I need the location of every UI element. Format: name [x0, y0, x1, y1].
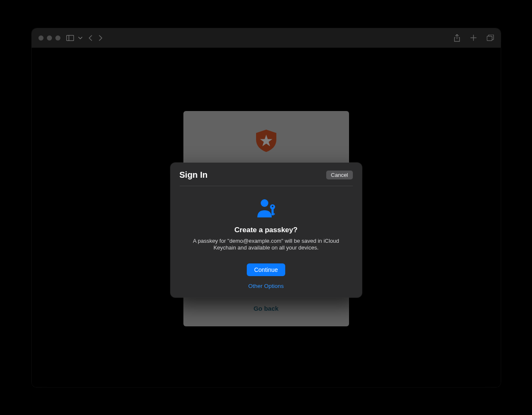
signin-dialog: Sign In Cancel Create a passkey? A passk…	[170, 163, 362, 298]
traffic-lights	[38, 35, 60, 41]
minimize-window-button[interactable]	[47, 35, 52, 41]
share-icon[interactable]	[454, 34, 460, 42]
cancel-button[interactable]: Cancel	[326, 171, 352, 179]
dialog-description: A passkey for "demo@example.com" will be…	[180, 238, 353, 252]
tabs-overview-icon[interactable]	[487, 35, 494, 41]
continue-button[interactable]: Continue	[247, 263, 285, 276]
nav-forward-icon[interactable]	[99, 35, 103, 41]
chevron-down-icon[interactable]	[78, 37, 82, 39]
page-content: Create a passkey Continue without passke…	[32, 48, 501, 387]
svg-rect-0	[66, 35, 74, 41]
new-tab-icon[interactable]	[470, 35, 477, 41]
svg-point-3	[261, 199, 268, 207]
svg-point-5	[272, 206, 273, 207]
sidebar-toggle-icon[interactable]	[66, 35, 74, 41]
nav-back-icon[interactable]	[88, 35, 92, 41]
dialog-header: Sign In Cancel	[180, 170, 353, 186]
svg-rect-2	[487, 36, 492, 41]
svg-rect-6	[271, 209, 273, 215]
titlebar	[32, 28, 501, 48]
dialog-body: Create a passkey? A passkey for "demo@ex…	[180, 186, 353, 290]
dialog-title: Sign In	[180, 170, 208, 180]
passkey-user-icon	[255, 198, 277, 220]
zoom-window-button[interactable]	[55, 35, 60, 41]
other-options-link[interactable]: Other Options	[248, 283, 284, 289]
dialog-heading: Create a passkey?	[235, 226, 297, 234]
close-window-button[interactable]	[38, 35, 44, 41]
browser-window: Create a passkey Continue without passke…	[32, 28, 501, 387]
